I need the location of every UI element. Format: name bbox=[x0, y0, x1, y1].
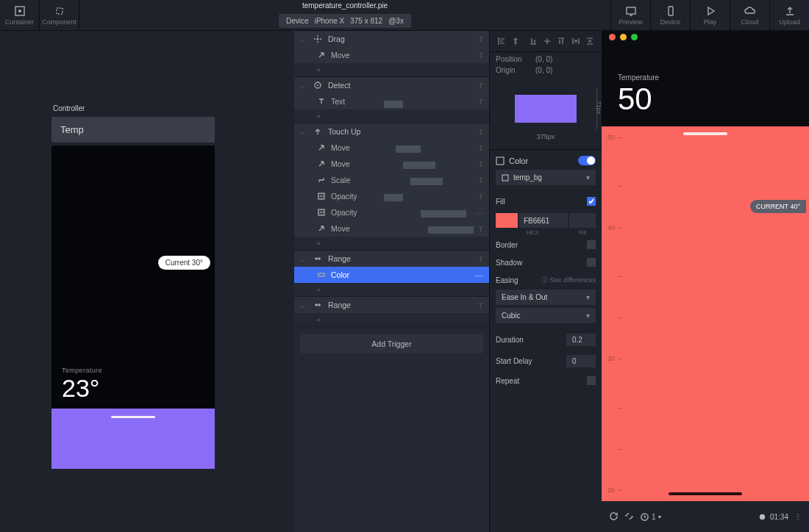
component-tool[interactable]: Component bbox=[40, 0, 79, 31]
color-target-dropdown[interactable]: temp_bg ▾ bbox=[496, 170, 596, 185]
container-tool[interactable]: Container bbox=[0, 0, 40, 31]
easing-curve-dropdown[interactable]: Cubic ▾ bbox=[496, 308, 596, 323]
preview-button[interactable]: Preview bbox=[610, 0, 650, 31]
svg-point-7 bbox=[317, 85, 318, 86]
trigger-item[interactable]: TextT bbox=[294, 93, 489, 109]
device-button[interactable]: Device bbox=[650, 0, 690, 31]
trigger-item[interactable]: MoveT bbox=[294, 156, 489, 172]
add-action-button[interactable]: + bbox=[294, 109, 489, 123]
align-btn[interactable] bbox=[541, 35, 552, 47]
canvas-artboard: Controller Temp Current 30° Temperature … bbox=[51, 104, 215, 469]
align-btn[interactable] bbox=[556, 35, 567, 47]
device-pill-size: 375 x 812 bbox=[350, 17, 382, 25]
border-checkbox[interactable] bbox=[587, 240, 596, 249]
minimize-dot[interactable] bbox=[620, 34, 627, 40]
container-icon bbox=[14, 5, 26, 17]
svg-rect-12 bbox=[502, 175, 508, 181]
drag-handle[interactable] bbox=[111, 416, 155, 418]
trigger-item[interactable]: MoveT bbox=[294, 220, 489, 237]
align-btn[interactable] bbox=[570, 35, 581, 47]
trigger-header[interactable]: ⌵RangeT bbox=[294, 297, 489, 313]
add-action-button[interactable]: + bbox=[294, 237, 489, 250]
add-action-button[interactable]: + bbox=[294, 283, 489, 296]
fill-checkbox[interactable] bbox=[587, 197, 596, 206]
duration-input[interactable]: 0.2 bbox=[566, 334, 596, 346]
trigger-item[interactable]: Opacity— bbox=[294, 204, 489, 220]
duration-row: Duration 0.2 bbox=[496, 329, 596, 351]
trigger-type-icon bbox=[312, 254, 324, 263]
trigger-item[interactable]: MoveT bbox=[294, 47, 489, 63]
trigger-header[interactable]: ⌵DragT bbox=[294, 31, 489, 47]
add-trigger-button[interactable]: Add Trigger bbox=[300, 334, 483, 353]
align-btn[interactable] bbox=[585, 35, 596, 47]
sim-record-indicator[interactable]: 01:34 bbox=[758, 512, 788, 522]
repeat-checkbox[interactable] bbox=[587, 376, 596, 385]
shadow-label: Shadow bbox=[496, 259, 522, 267]
text-marker: T bbox=[478, 224, 483, 233]
cloud-button[interactable]: Cloud bbox=[730, 0, 769, 31]
sim-refresh-button[interactable] bbox=[624, 511, 634, 522]
sim-temp-bg[interactable]: 50403020 CURRENT 40° bbox=[602, 126, 809, 501]
align-btn[interactable] bbox=[527, 35, 538, 47]
chevron-down-icon: ⌵ bbox=[300, 127, 307, 136]
easing-help-link[interactable]: ⓘ See differences bbox=[541, 276, 596, 285]
trigger-item[interactable]: Color— bbox=[294, 267, 489, 283]
shadow-checkbox[interactable] bbox=[587, 258, 596, 267]
trigger-item-label: Scale bbox=[331, 176, 350, 184]
color-under-labels: HEX Fill bbox=[496, 229, 596, 236]
chevron-down-icon: ▾ bbox=[586, 312, 590, 320]
temp-row[interactable]: Temp bbox=[51, 117, 215, 143]
upload-button[interactable]: Upload bbox=[769, 0, 809, 31]
sim-home-indicator bbox=[669, 492, 742, 495]
trigger-group: ⌵RangeT+ bbox=[294, 297, 489, 327]
trigger-header[interactable]: ⌵Touch UpT bbox=[294, 123, 489, 140]
easing-mode-dropdown[interactable]: Ease In & Out ▾ bbox=[496, 290, 596, 305]
add-action-button[interactable]: + bbox=[294, 313, 489, 326]
align-left-button[interactable] bbox=[496, 35, 507, 47]
temp-bg-layer[interactable] bbox=[51, 409, 215, 469]
trigger-item-label: Move bbox=[331, 224, 350, 233]
repeat-label: Repeat bbox=[496, 377, 519, 385]
align-center-button[interactable] bbox=[510, 35, 521, 47]
fill-alpha-input[interactable] bbox=[569, 213, 596, 228]
canvas-stage[interactable]: Current 30° Temperature 23° bbox=[51, 145, 215, 469]
add-action-button[interactable]: + bbox=[294, 63, 489, 76]
delay-input[interactable]: 0 bbox=[566, 355, 596, 367]
sim-more-button[interactable]: ⋮ bbox=[794, 513, 802, 521]
sim-history-button[interactable]: 1▾ bbox=[640, 512, 661, 522]
trigger-type-icon bbox=[312, 301, 324, 309]
scale-tick: 20 bbox=[607, 486, 622, 494]
play-button[interactable]: Play bbox=[690, 0, 730, 31]
fill-hex-input[interactable]: FB6661 bbox=[519, 213, 568, 228]
color-enabled-toggle[interactable] bbox=[578, 156, 596, 165]
zoom-dot[interactable] bbox=[631, 34, 638, 40]
repeat-row: Repeat bbox=[496, 372, 596, 389]
opacity-icon bbox=[316, 209, 327, 216]
trigger-item-label: Move bbox=[331, 159, 350, 168]
text-marker: T bbox=[478, 35, 483, 43]
simulator-viewport[interactable]: Temperature 50 50403020 CURRENT 40° 1▾ 0… bbox=[602, 31, 809, 532]
fill-row: Fill bbox=[496, 193, 596, 210]
fill-swatch[interactable] bbox=[496, 213, 518, 228]
trigger-item[interactable]: ScaleT bbox=[294, 172, 489, 188]
sim-drag-handle[interactable] bbox=[683, 132, 727, 135]
sim-current-badge: CURRENT 40° bbox=[750, 200, 806, 213]
trigger-item[interactable]: OpacityT bbox=[294, 188, 489, 204]
svg-point-14 bbox=[760, 514, 765, 519]
minimize-icon: — bbox=[475, 270, 483, 279]
fill-under-label: Fill bbox=[569, 229, 596, 236]
trigger-header[interactable]: ⌵DetectT bbox=[294, 77, 489, 93]
easing-curve-value: Cubic bbox=[502, 312, 521, 320]
canvas-column[interactable]: Controller Temp Current 30° Temperature … bbox=[0, 31, 294, 532]
close-dot[interactable] bbox=[609, 34, 616, 40]
sim-reload-button[interactable] bbox=[609, 511, 619, 522]
device-pill[interactable]: Device iPhone X 375 x 812 @3x bbox=[279, 14, 411, 28]
position-row: Position (0, 0) bbox=[490, 52, 602, 66]
trigger-header[interactable]: ⌵RangeT bbox=[294, 251, 489, 267]
current-temp-badge[interactable]: Current 30° bbox=[158, 256, 210, 270]
align-toolbar bbox=[490, 31, 602, 52]
trigger-group-label: Detect bbox=[328, 81, 350, 90]
preview-swatch bbox=[515, 95, 577, 123]
left-tool-group: Container Component bbox=[0, 0, 79, 31]
trigger-item[interactable]: MoveT bbox=[294, 140, 489, 156]
